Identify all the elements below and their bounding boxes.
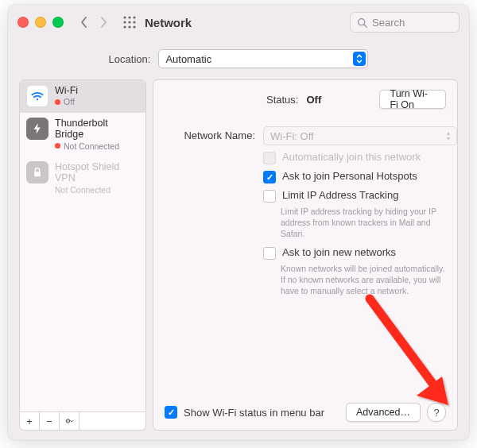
svg-rect-12 xyxy=(34,172,41,176)
limit-ip-help: Limit IP address tracking by hiding your… xyxy=(281,206,446,240)
service-name: Hotspot Shield VPN xyxy=(55,161,139,184)
show-status-row: Show Wi-Fi status in menu bar xyxy=(165,406,324,419)
search-input[interactable]: Search xyxy=(350,12,460,33)
svg-line-10 xyxy=(364,24,366,26)
close-icon[interactable] xyxy=(17,17,29,28)
ask-new-help: Known networks will be joined automatica… xyxy=(281,263,446,297)
add-service-button[interactable]: + xyxy=(20,412,40,430)
service-status: Not Connected xyxy=(55,185,139,195)
lock-icon xyxy=(26,161,48,183)
status-label: Status: xyxy=(266,94,298,106)
network-name-row: Network Name: Wi-Fi: Off ▴▾ Automaticall… xyxy=(165,126,446,298)
gear-chevron-icon xyxy=(64,416,74,426)
minimize-icon[interactable] xyxy=(35,17,46,28)
location-select[interactable]: Automatic xyxy=(158,49,368,68)
service-item-vpn[interactable]: Hotspot Shield VPN Not Connected xyxy=(20,156,145,200)
location-value: Automatic xyxy=(165,53,211,65)
sidebar: Wi-Fi Off Thunderbolt Bridge Not Connect… xyxy=(19,79,146,431)
hotspot-row: Ask to join Personal Hotspots xyxy=(263,170,446,183)
detail-panel: Status: Off Turn Wi-Fi On Network Name: … xyxy=(153,79,458,431)
content: Wi-Fi Off Thunderbolt Bridge Not Connect… xyxy=(8,79,469,440)
svg-point-7 xyxy=(128,25,130,28)
service-actions-button[interactable] xyxy=(60,412,80,430)
back-button[interactable] xyxy=(75,14,94,31)
svg-point-8 xyxy=(133,25,135,28)
traffic-lights xyxy=(17,17,64,28)
svg-point-2 xyxy=(133,16,135,18)
service-status: Off xyxy=(55,97,78,106)
show-all-icon[interactable] xyxy=(122,15,137,29)
zoom-icon[interactable] xyxy=(52,17,64,28)
status-row: Status: Off Turn Wi-Fi On xyxy=(165,90,446,109)
svg-point-5 xyxy=(133,21,135,23)
search-placeholder: Search xyxy=(372,17,405,29)
page-title: Network xyxy=(145,16,192,29)
service-item-thunderbolt[interactable]: Thunderbolt Bridge Not Connected xyxy=(20,113,145,156)
svg-point-3 xyxy=(123,21,126,23)
hotspot-checkbox[interactable] xyxy=(263,171,276,183)
help-button[interactable]: ? xyxy=(427,403,446,422)
svg-point-14 xyxy=(68,420,69,422)
location-label: Location: xyxy=(109,53,151,65)
wifi-icon xyxy=(26,85,48,107)
limit-ip-row: Limit IP Address Tracking xyxy=(263,189,446,203)
toolbar: Network Search xyxy=(8,5,469,40)
detail-footer: Show Wi-Fi status in menu bar Advanced… … xyxy=(165,403,446,422)
chevron-updown-icon xyxy=(353,52,366,66)
chevron-updown-icon: ▴▾ xyxy=(444,129,453,143)
sidebar-footer: + − xyxy=(19,412,146,431)
advanced-button[interactable]: Advanced… xyxy=(346,403,421,422)
thunderbolt-icon xyxy=(26,118,48,140)
search-icon xyxy=(357,17,367,28)
svg-point-0 xyxy=(123,16,126,18)
service-status: Not Connected xyxy=(55,141,139,151)
ask-new-label: Ask to join new networks xyxy=(282,246,396,258)
forward-button xyxy=(94,14,113,31)
status-dot-icon xyxy=(55,99,60,105)
auto-join-row: Automatically join this network xyxy=(263,151,446,164)
network-name-label: Network Name: xyxy=(165,126,255,141)
limit-ip-checkbox[interactable] xyxy=(263,190,276,203)
limit-ip-label: Limit IP Address Tracking xyxy=(282,189,398,201)
service-item-wifi[interactable]: Wi-Fi Off xyxy=(20,80,145,113)
service-name: Thunderbolt Bridge xyxy=(55,118,139,141)
location-row: Location: Automatic xyxy=(8,40,469,79)
svg-point-11 xyxy=(37,98,38,100)
service-name: Wi-Fi xyxy=(55,85,78,96)
auto-join-checkbox xyxy=(263,152,276,164)
svg-point-6 xyxy=(123,25,126,28)
remove-service-button[interactable]: − xyxy=(40,412,60,430)
status-value: Off xyxy=(306,94,354,106)
ask-new-row: Ask to join new networks xyxy=(263,246,446,260)
status-dot-icon xyxy=(55,143,60,149)
network-name-value: Wi-Fi: Off xyxy=(270,130,314,142)
ask-new-checkbox[interactable] xyxy=(263,247,276,260)
service-list: Wi-Fi Off Thunderbolt Bridge Not Connect… xyxy=(19,79,146,412)
turn-wifi-on-button[interactable]: Turn Wi-Fi On xyxy=(379,90,446,109)
show-status-label: Show Wi-Fi status in menu bar xyxy=(184,407,324,419)
hotspot-label: Ask to join Personal Hotspots xyxy=(282,170,417,182)
svg-point-1 xyxy=(128,16,130,18)
network-name-select: Wi-Fi: Off ▴▾ xyxy=(263,126,457,145)
auto-join-label: Automatically join this network xyxy=(282,151,421,163)
nav-buttons xyxy=(75,14,113,31)
show-status-checkbox[interactable] xyxy=(165,406,177,419)
svg-point-4 xyxy=(128,21,130,23)
